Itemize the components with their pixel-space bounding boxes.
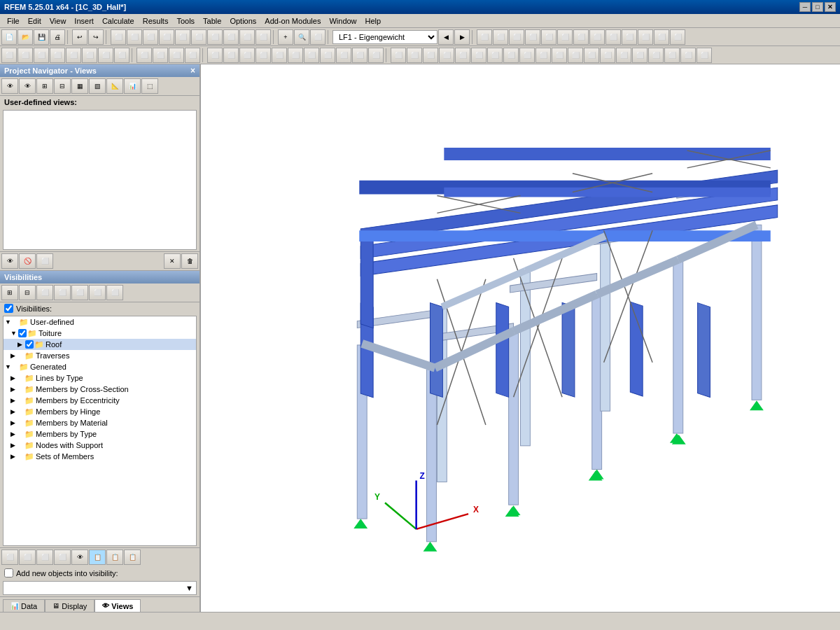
tb-e6[interactable]: ⬜: [557, 29, 573, 45]
tb2-a1[interactable]: ⬜: [1, 48, 17, 63]
tb2-d3[interactable]: ⬜: [423, 48, 438, 63]
tb2-a7[interactable]: ⬜: [98, 48, 113, 63]
panel-bottom-btn-5[interactable]: 👁: [71, 550, 88, 565]
tb-b9[interactable]: ⬜: [239, 29, 255, 45]
expand-icon-members-ecc[interactable]: ▶: [10, 397, 18, 404]
tb-e11[interactable]: ⬜: [638, 29, 653, 45]
tb-redo[interactable]: ↪: [88, 29, 104, 45]
expand-icon-generated[interactable]: ▼: [5, 363, 12, 370]
maximize-btn[interactable]: □: [812, 2, 823, 12]
view-btn-6[interactable]: ▧: [89, 78, 106, 94]
panel-bottom-btn-8[interactable]: 📋: [124, 550, 141, 565]
expand-icon-members-hinge[interactable]: ▶: [10, 408, 18, 415]
view-btn-5[interactable]: ▦: [71, 78, 88, 94]
menu-view[interactable]: View: [46, 15, 71, 27]
tree-item-roof[interactable]: ▶ 📁 Roof: [4, 339, 196, 350]
checkbox-roof[interactable]: [25, 340, 34, 349]
menu-table[interactable]: Table: [199, 15, 225, 27]
panel-close-icon[interactable]: ×: [190, 66, 195, 76]
tb2-c8[interactable]: ⬜: [320, 48, 335, 63]
view-bottom-btn-1[interactable]: 👁: [1, 253, 18, 269]
tree-item-user-defined[interactable]: ▼ 📁 User-defined: [4, 316, 196, 328]
close-btn[interactable]: ✕: [825, 2, 836, 12]
tb-open[interactable]: 📂: [18, 29, 33, 45]
tree-item-members-type[interactable]: ▶ 📁 Members by Type: [4, 428, 196, 440]
tb-b8[interactable]: ⬜: [223, 29, 239, 45]
tab-display[interactable]: 🖥 Display: [45, 599, 94, 612]
tb2-b4[interactable]: ⬜: [185, 48, 200, 63]
tb2-d1[interactable]: ⬜: [391, 48, 406, 63]
tb2-d19[interactable]: ⬜: [680, 48, 696, 63]
tb-e13[interactable]: ⬜: [670, 29, 685, 45]
bottom-dropdown[interactable]: ▼: [3, 581, 197, 595]
tb-b6[interactable]: ⬜: [191, 29, 206, 45]
tb-c1[interactable]: +: [278, 29, 293, 45]
tb-b4[interactable]: ⬜: [159, 29, 174, 45]
tb-e9[interactable]: ⬜: [606, 29, 621, 45]
3d-viewport[interactable]: X Y Z: [201, 64, 840, 612]
vis-btn-3[interactable]: ⬜: [36, 285, 53, 300]
vis-btn-7[interactable]: ⬜: [106, 285, 123, 300]
tb2-a6[interactable]: ⬜: [82, 48, 97, 63]
tree-item-lines-type[interactable]: ▶ 📁 Lines by Type: [4, 372, 196, 384]
expand-icon-traverses[interactable]: ▶: [10, 352, 18, 359]
tb2-d17[interactable]: ⬜: [648, 48, 664, 63]
tb2-b1[interactable]: ⬜: [136, 48, 152, 63]
tb-e8[interactable]: ⬜: [589, 29, 605, 45]
tb2-c5[interactable]: ⬜: [272, 48, 287, 63]
tb-b3[interactable]: ⬜: [143, 29, 158, 45]
tb-b2[interactable]: ⬜: [127, 29, 142, 45]
tb2-d7[interactable]: ⬜: [487, 48, 503, 63]
tb2-c2[interactable]: ⬜: [223, 48, 239, 63]
menu-insert[interactable]: Insert: [70, 15, 98, 27]
tb2-c9[interactable]: ⬜: [336, 48, 351, 63]
menu-calculate[interactable]: Calculate: [98, 15, 139, 27]
menu-edit[interactable]: Edit: [24, 15, 46, 27]
view-btn-9[interactable]: ⬚: [141, 78, 158, 94]
menu-tools[interactable]: Tools: [172, 15, 199, 27]
tree-item-traverses[interactable]: ▶ 📁 Traverses: [4, 350, 196, 361]
tb2-c1[interactable]: ⬜: [207, 48, 223, 63]
tb-e5[interactable]: ⬜: [541, 29, 556, 45]
view-btn-8[interactable]: 📊: [124, 78, 141, 94]
panel-bottom-btn-1[interactable]: ⬜: [1, 550, 18, 565]
expand-icon-sets-members[interactable]: ▶: [10, 453, 18, 460]
tb-b7[interactable]: ⬜: [207, 29, 223, 45]
tb2-d11[interactable]: ⬜: [552, 48, 567, 63]
tb-d2[interactable]: ▶: [454, 29, 470, 45]
tb-d1[interactable]: ◀: [438, 29, 454, 45]
view-btn-7[interactable]: 📐: [106, 78, 123, 94]
tb2-c10[interactable]: ⬜: [352, 48, 368, 63]
tb-b5[interactable]: ⬜: [175, 29, 190, 45]
tb2-d10[interactable]: ⬜: [536, 48, 551, 63]
tb2-c3[interactable]: ⬜: [239, 48, 255, 63]
tb2-d8[interactable]: ⬜: [503, 48, 519, 63]
expand-icon-members-type[interactable]: ▶: [10, 430, 18, 438]
tree-item-nodes-support[interactable]: ▶ 📁 Nodes with Support: [4, 440, 196, 451]
tb-e3[interactable]: ⬜: [509, 29, 524, 45]
view-bottom-btn-2[interactable]: 🚫: [19, 253, 36, 269]
tb-e4[interactable]: ⬜: [525, 29, 540, 45]
tree-item-members-cross[interactable]: ▶ 📁 Members by Cross-Section: [4, 384, 196, 395]
tb-e7[interactable]: ⬜: [573, 29, 589, 45]
view-bottom-btn-3[interactable]: ⬜: [36, 253, 53, 269]
tb2-d6[interactable]: ⬜: [471, 48, 486, 63]
expand-icon-lines-type[interactable]: ▶: [10, 374, 18, 382]
menu-help[interactable]: Help: [361, 15, 386, 27]
tb2-d2[interactable]: ⬜: [407, 48, 422, 63]
tree-item-toiture[interactable]: ▼ 📁 Toiture: [4, 328, 196, 339]
tb-c2[interactable]: 🔍: [294, 29, 309, 45]
bottom-dropdown-arrow[interactable]: ▼: [186, 584, 193, 592]
add-new-objects-checkbox[interactable]: [4, 568, 13, 578]
checkbox-toiture[interactable]: [18, 329, 27, 337]
tb2-c7[interactable]: ⬜: [304, 48, 319, 63]
expand-icon-members-mat[interactable]: ▶: [10, 419, 18, 426]
minimize-btn[interactable]: ─: [799, 2, 811, 12]
view-bottom-btn-del[interactable]: 🗑: [181, 253, 198, 269]
tree-item-sets-members[interactable]: ▶ 📁 Sets of Members: [4, 451, 196, 462]
load-case-dropdown[interactable]: LF1 - Eigengewicht: [332, 30, 438, 44]
tb-undo[interactable]: ↩: [72, 29, 88, 45]
tb2-d9[interactable]: ⬜: [519, 48, 535, 63]
panel-bottom-btn-7[interactable]: 📋: [106, 550, 123, 565]
tb-new[interactable]: 📄: [1, 29, 17, 45]
